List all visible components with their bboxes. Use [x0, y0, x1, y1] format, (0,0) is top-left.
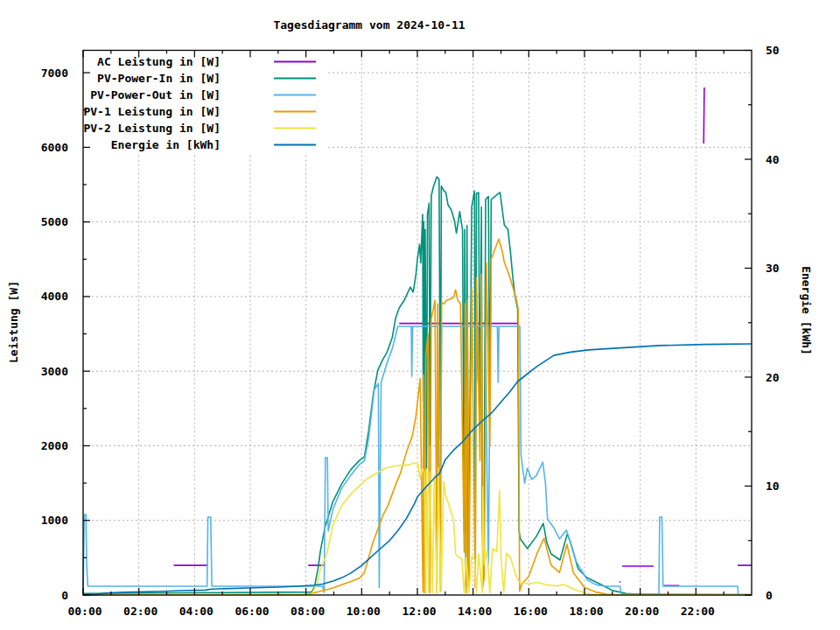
series-energie-in-kwh	[83, 344, 752, 595]
tick-label: 10	[766, 480, 780, 493]
tick-label: 1000	[41, 514, 68, 527]
tick-label: 5000	[41, 215, 68, 228]
tick-label: 4000	[41, 290, 68, 303]
legend-label: AC Leistung in [W]	[97, 55, 220, 68]
tick-label: 04:00	[179, 605, 214, 618]
tick-label: 14:00	[458, 605, 492, 618]
legend-label: PV-2 Leistung in [W]	[83, 122, 220, 135]
tick-label: 10:00	[346, 605, 381, 618]
tick-label: 08:00	[290, 605, 325, 618]
tick-label: 3000	[41, 365, 68, 378]
chart-canvas: AC Leistung in [W]PV-Power-In in [W]PV-P…	[0, 0, 840, 630]
tick-label: 22:00	[681, 605, 715, 618]
tick-label: 16:00	[514, 605, 548, 618]
tick-label: 18:00	[569, 605, 603, 618]
tick-label: 2000	[41, 439, 68, 452]
legend-label: Energie in [kWh]	[111, 138, 220, 151]
tick-label: 20:00	[625, 605, 659, 618]
tick-label: 00:00	[67, 605, 102, 618]
tick-label: 20	[766, 371, 780, 384]
tick-label: 0	[766, 589, 773, 602]
chart-title: Tagesdiagramm vom 2024-10-11	[273, 18, 465, 32]
legend-label: PV-1 Leistung in [W]	[83, 105, 220, 118]
legend: AC Leistung in [W]PV-Power-In in [W]PV-P…	[83, 51, 326, 154]
legend-label: PV-Power-Out in [W]	[90, 88, 220, 102]
y-axis-label: Leistung [W]	[7, 281, 20, 363]
tick-label: 30	[766, 262, 780, 275]
legend-label: PV-Power-In in [W]	[97, 72, 220, 85]
tick-label: 02:00	[123, 605, 158, 618]
tick-label: 6000	[41, 141, 68, 154]
tick-label: 7000	[41, 66, 68, 80]
tick-label: 50	[766, 44, 780, 57]
y2-axis-label: Energie [kWh]	[800, 266, 813, 355]
tick-label: 0	[61, 589, 68, 602]
tick-label: 12:00	[402, 605, 436, 618]
chart-window: { "window": { "title": "Tagesdiagramm vo…	[0, 0, 840, 630]
tick-label: 06:00	[234, 605, 269, 618]
tick-label: 40	[766, 153, 780, 166]
